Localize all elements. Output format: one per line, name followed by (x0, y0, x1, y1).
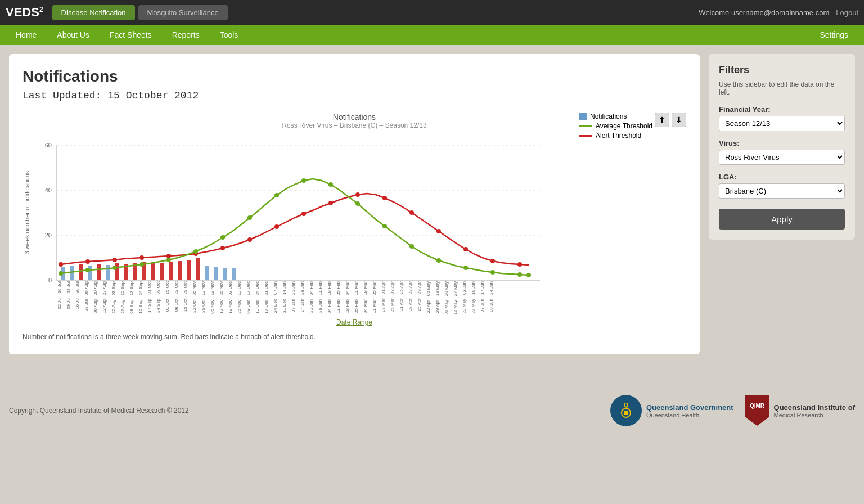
svg-point-50 (112, 266, 117, 270)
svg-point-34 (166, 254, 171, 258)
svg-rect-29 (232, 268, 236, 280)
date-range-label[interactable]: Date Range (22, 318, 686, 326)
chart-svg: 0 20 40 60 3 week number of notification… (22, 134, 551, 314)
svg-point-46 (490, 259, 495, 263)
chart-footnote: Number of notifications is a three week … (22, 333, 686, 341)
svg-text:0: 0 (48, 277, 52, 284)
svg-text:20 Aug - 03 Sep: 20 Aug - 03 Sep (111, 281, 116, 313)
svg-text:01 Oct - 15 Oct: 01 Oct - 15 Oct (165, 281, 170, 312)
svg-text:10 Jun - 24 Jun: 10 Jun - 24 Jun (489, 281, 494, 312)
svg-point-36 (220, 246, 225, 250)
logout-button[interactable]: Logout (836, 8, 858, 17)
svg-text:40: 40 (45, 187, 52, 194)
svg-text:19 Nov - 03 Dec: 19 Nov - 03 Dec (228, 281, 233, 314)
svg-point-119 (624, 411, 628, 415)
qimr-text-2: Medical Research (774, 412, 855, 418)
qimr-logo: QIMR Queensland Institute of Medical Res… (745, 395, 855, 426)
virus-label: Virus: (719, 139, 845, 147)
download-icon[interactable]: ⬇ (672, 112, 686, 127)
qld-gov-text: Queensland Government (646, 403, 734, 412)
svg-point-41 (356, 192, 360, 197)
svg-rect-13 (88, 266, 92, 280)
copyright-text: Copyright Queensland Institute of Medica… (9, 407, 189, 415)
chart-svg-wrap: 0 20 40 60 3 week number of notification… (22, 134, 686, 316)
svg-text:60: 60 (45, 142, 52, 148)
nav-bar: Home About Us Fact Sheets Reports Tools … (0, 25, 864, 45)
svg-text:11 Mar - 25 Mar: 11 Mar - 25 Mar (372, 281, 377, 313)
svg-text:20 May - 03 Jun: 20 May - 03 Jun (462, 281, 467, 313)
apply-button[interactable]: Apply (719, 209, 845, 230)
svg-point-63 (464, 266, 468, 270)
svg-text:QIMR: QIMR (749, 403, 764, 409)
svg-point-43 (410, 210, 414, 215)
svg-text:Q: Q (624, 402, 629, 408)
chart-panel: Notifications Last Updated: 15 October 2… (9, 54, 700, 354)
svg-text:03 Sep - 17 Sep: 03 Sep - 17 Sep (129, 281, 134, 313)
filters-title: Filters (719, 64, 845, 76)
qld-health-text: Queensland Health (646, 412, 734, 418)
svg-text:15 Oct - 29 Oct: 15 Oct - 29 Oct (183, 281, 188, 312)
svg-text:24 Dec - 07 Jan: 24 Dec - 07 Jan (273, 281, 278, 313)
svg-point-58 (328, 182, 333, 187)
nav-fact-sheets[interactable]: Fact Sheets (100, 25, 162, 45)
svg-text:27 May - 10 Jun: 27 May - 10 Jun (471, 281, 476, 313)
svg-text:07 Jan - 21 Jan: 07 Jan - 21 Jan (291, 281, 296, 312)
svg-rect-14 (97, 264, 101, 280)
financial-year-select[interactable]: Season 12/13 Season 11/12 Season 10/11 (719, 116, 845, 131)
svg-point-66 (526, 273, 531, 277)
svg-text:22 Oct - 05 Nov: 22 Oct - 05 Nov (192, 281, 197, 313)
svg-text:06 Aug - 20 Aug: 06 Aug - 20 Aug (93, 281, 98, 313)
svg-text:17 Sep - 01 Oct: 17 Sep - 01 Oct (147, 281, 152, 313)
svg-text:15 Apr - 29 Apr: 15 Apr - 29 Apr (417, 281, 422, 312)
nav-home[interactable]: Home (6, 25, 47, 45)
nav-about-us[interactable]: About Us (47, 25, 100, 45)
svg-text:10 Dec - 24 Dec: 10 Dec - 24 Dec (255, 281, 260, 314)
svg-rect-26 (205, 266, 209, 280)
svg-rect-27 (214, 267, 218, 280)
svg-text:03 Dec - 17 Dec: 03 Dec - 17 Dec (246, 281, 251, 314)
nav-tools[interactable]: Tools (210, 25, 249, 45)
svg-text:16 Jul - 30 Jul: 16 Jul - 30 Jul (75, 281, 80, 309)
svg-point-32 (112, 258, 117, 262)
svg-text:29 Oct - 12 Nov: 29 Oct - 12 Nov (201, 281, 206, 313)
svg-text:13 May - 27 May: 13 May - 27 May (453, 281, 458, 314)
nav-settings[interactable]: Settings (809, 25, 858, 45)
svg-point-45 (464, 247, 468, 251)
svg-text:27 Aug - 10 Sep: 27 Aug - 10 Sep (120, 281, 125, 313)
legend-average-color (579, 125, 592, 127)
svg-point-40 (328, 201, 333, 205)
top-right: Welcome username@domainname.com Logout (699, 8, 858, 17)
svg-point-52 (166, 258, 171, 262)
svg-rect-28 (223, 268, 227, 280)
svg-point-47 (518, 262, 522, 267)
logo: VEDS2 (6, 5, 43, 20)
svg-point-38 (274, 224, 279, 229)
svg-point-49 (86, 268, 90, 272)
svg-point-42 (382, 196, 387, 200)
lga-select[interactable]: Brisbane (C) Gold Coast Sunshine Coast (719, 183, 845, 199)
welcome-text: Welcome username@domainname.com (699, 8, 829, 17)
svg-text:21 Jan - 04 Feb: 21 Jan - 04 Feb (309, 281, 314, 313)
svg-text:10 Sep - 24 Sep: 10 Sep - 24 Sep (138, 281, 143, 313)
svg-point-61 (410, 244, 414, 249)
svg-point-65 (518, 272, 522, 277)
svg-text:01 Apr - 15 Apr: 01 Apr - 15 Apr (399, 281, 404, 312)
virus-select[interactable]: Ross River Virus Barmah Forest Virus Den… (719, 150, 845, 165)
svg-point-51 (140, 262, 144, 267)
nav-reports[interactable]: Reports (162, 25, 210, 45)
svg-text:18 Mar - 01 Apr: 18 Mar - 01 Apr (381, 281, 386, 312)
svg-point-53 (194, 249, 198, 254)
last-updated: Last Updated: 15 October 2012 (22, 90, 686, 101)
svg-text:24 Sep - 08 Oct: 24 Sep - 08 Oct (156, 281, 161, 313)
svg-text:22 Apr - 06 May: 22 Apr - 06 May (426, 281, 431, 313)
qld-logo-graphic: Q (610, 395, 642, 426)
export-icon[interactable]: ⬆ (655, 112, 669, 127)
svg-point-57 (302, 178, 306, 183)
disease-notification-tab[interactable]: Disease Notification (52, 5, 135, 20)
page-title: Notifications (22, 68, 686, 86)
svg-rect-23 (178, 261, 182, 280)
svg-text:06 May - 20 May: 06 May - 20 May (444, 281, 449, 314)
svg-rect-20 (151, 262, 155, 280)
svg-text:18 Feb - 04 Mar: 18 Feb - 04 Mar (345, 281, 350, 313)
mosquito-surveillance-tab[interactable]: Mosquito Surveillance (138, 5, 228, 20)
